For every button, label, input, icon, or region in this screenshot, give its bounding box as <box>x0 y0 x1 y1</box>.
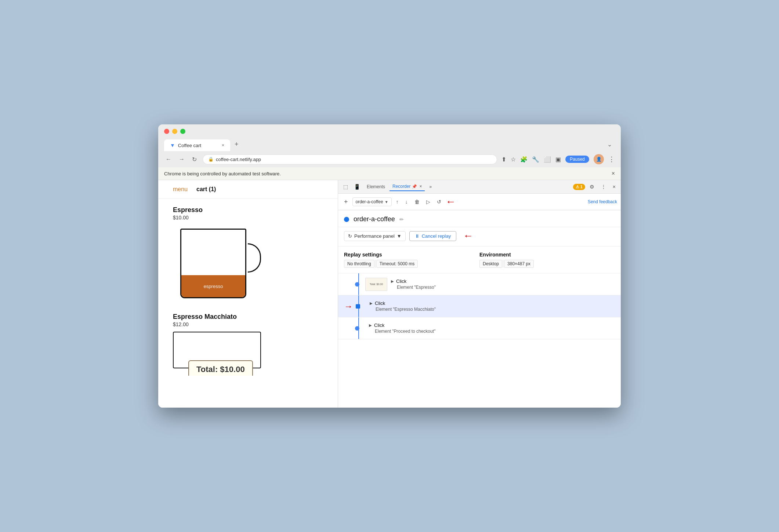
automated-notice-bar: Chrome is being controlled by automated … <box>158 167 621 180</box>
replay-settings-row: No throttling Timeout: 5000 ms <box>344 260 479 268</box>
espresso-price: $10.00 <box>173 215 323 221</box>
step-thumbnail-1: Total: $0.00 <box>365 278 387 291</box>
performance-panel-selector[interactable]: ↻ Performance panel ▼ <box>344 231 406 241</box>
sidebar-icon[interactable]: ▣ <box>555 156 561 163</box>
espresso-macchiato-item: Espresso Macchiato $12.00 Total: $10.00 <box>173 313 323 368</box>
edit-recording-icon[interactable]: ✏ <box>399 216 404 222</box>
step-content-3: ▶ Click Element "Proceed to checkout" <box>369 323 615 334</box>
step-element-2: Element "Espresso Macchiato" <box>376 307 615 312</box>
close-traffic-light[interactable] <box>164 129 169 134</box>
forward-button[interactable]: → <box>177 154 186 164</box>
send-feedback-link[interactable]: Send feedback <box>588 199 617 204</box>
maximize-traffic-light[interactable] <box>180 129 185 134</box>
cup-liquid-label: espresso <box>204 284 223 289</box>
recording-selector-label: order-a-coffee <box>356 199 383 204</box>
replay-settings-col: Replay settings No throttling Timeout: 5… <box>344 252 479 268</box>
steps-area: Total: $0.00 ▶ Click Element "Espresso" … <box>338 273 621 408</box>
warning-badge: ⚠ 1 <box>573 184 585 190</box>
cancel-replay-button[interactable]: ⏸ Cancel replay <box>409 231 457 241</box>
table-row: → ▶ Click Element "Espresso Macchiato" <box>338 295 621 317</box>
recording-header: order-a-coffee ✏ <box>338 210 621 227</box>
paused-badge: Paused <box>565 156 589 163</box>
settings-button[interactable]: ⚙ <box>587 182 597 191</box>
settings-separator <box>375 260 376 268</box>
espresso-cup-container: espresso <box>173 225 323 306</box>
export-recording-button[interactable]: ↑ <box>394 197 401 206</box>
step-element-1: Element "Espresso" <box>397 285 615 290</box>
cast-icon[interactable]: ⬜ <box>544 156 551 163</box>
red-arrow-annotation-1: ← <box>446 196 456 208</box>
title-bar: ▼ Coffee cart × + ⌄ <box>158 124 621 151</box>
share-icon[interactable]: ⬆ <box>501 156 506 163</box>
delete-recording-button[interactable]: 🗑 <box>412 197 422 206</box>
step-content-2: ▶ Click Element "Espresso Macchiato" <box>370 300 615 312</box>
bookmark-icon[interactable]: ☆ <box>511 156 516 163</box>
environment-col: Environment Desktop 380×487 px <box>479 252 615 268</box>
tab-recorder[interactable]: Recorder 📌 × <box>390 182 425 191</box>
new-tab-button[interactable]: + <box>230 138 243 151</box>
minimize-traffic-light[interactable] <box>172 129 177 134</box>
step-dot-1 <box>355 282 359 287</box>
devtools-panel: ⬚ 📱 Elements Recorder 📌 × » ⚠ 1 ⚙ ⋮ × <box>338 180 621 408</box>
replay-button[interactable]: ▷ <box>424 197 432 206</box>
more-options-button[interactable]: ⋮ <box>599 182 608 191</box>
step-element-3: Element "Proceed to checkout" <box>375 329 615 334</box>
recording-selector[interactable]: order-a-coffee ▼ <box>352 197 392 206</box>
step-dot-3 <box>355 326 359 331</box>
recorder-close-icon[interactable]: × <box>419 184 422 189</box>
table-row: Total: $0.00 ▶ Click Element "Espresso" <box>338 273 621 295</box>
browser-toolbar-icons: ⬆ ☆ 🧩 🔧 ⬜ ▣ Paused 👤 ⋮ <box>501 154 615 164</box>
recording-status-dot <box>344 217 349 222</box>
step-action-label-2: Click <box>375 300 385 306</box>
add-recording-button[interactable]: + <box>342 197 350 207</box>
traffic-lights <box>164 129 615 134</box>
espresso-macchiato-image: Total: $10.00 <box>173 332 261 368</box>
tab-elements[interactable]: Elements <box>364 183 388 191</box>
step-action-2: ▶ Click <box>370 300 615 306</box>
tab-title: Coffee cart <box>178 143 219 148</box>
import-recording-button[interactable]: ↓ <box>403 197 410 206</box>
espresso-macchiato-name: Espresso Macchiato <box>173 313 323 321</box>
step-chevron-2[interactable]: ▶ <box>370 301 373 305</box>
recording-title: order-a-coffee <box>354 215 395 223</box>
step-chevron-3[interactable]: ▶ <box>369 323 372 327</box>
profile-avatar[interactable]: 👤 <box>594 154 604 164</box>
content-area: menu cart (1) Espresso $10.00 espresso <box>158 180 621 408</box>
coffee-nav: menu cart (1) <box>158 180 338 199</box>
devtools-icon[interactable]: 🔧 <box>532 156 539 163</box>
address-input[interactable]: 🔒 coffee-cart.netlify.app <box>203 154 497 164</box>
browser-menu-icon[interactable]: ⋮ <box>608 155 615 163</box>
coffee-nav-menu-link[interactable]: menu <box>173 186 188 193</box>
timeout-setting: Timeout: 5000 ms <box>376 260 418 268</box>
recorder-pin-icon: 📌 <box>412 184 417 189</box>
replay-settings-area: Replay settings No throttling Timeout: 5… <box>338 247 621 273</box>
total-tooltip-text: Total: $10.00 <box>196 365 245 374</box>
cup-liquid: espresso <box>181 275 245 297</box>
automated-notice-close-icon[interactable]: × <box>612 170 615 177</box>
red-arrow-annotation-3: → <box>344 301 353 311</box>
env-separator <box>503 260 503 268</box>
refresh-button[interactable]: ↻ <box>191 154 198 164</box>
coffee-items-list: Espresso $10.00 espresso <box>158 199 338 376</box>
tab-close-icon[interactable]: × <box>222 143 224 148</box>
step-chevron-1[interactable]: ▶ <box>391 279 394 283</box>
step-action-label-1: Click <box>396 278 406 284</box>
extensions-icon[interactable]: 🧩 <box>520 156 528 163</box>
inspect-element-button[interactable]: ⬚ <box>341 182 350 191</box>
more-tabs-button[interactable]: » <box>426 183 435 191</box>
coffee-page: menu cart (1) Espresso $10.00 espresso <box>158 180 338 408</box>
warning-count: 1 <box>580 185 583 189</box>
close-devtools-button[interactable]: × <box>610 182 618 191</box>
back-button[interactable]: ← <box>164 154 173 164</box>
devtools-secondary-toolbar: + order-a-coffee ▼ ↑ ↓ 🗑 ▷ ↺ ← Send feed… <box>338 194 621 210</box>
step-over-button[interactable]: ↺ <box>435 197 443 206</box>
thumbnail-text-1: Total: $0.00 <box>370 283 383 285</box>
coffee-nav-cart: cart (1) <box>196 186 216 193</box>
step-dot-2 <box>356 304 360 309</box>
red-arrow-annotation-2: ← <box>463 230 473 242</box>
device-toggle-button[interactable]: 📱 <box>352 182 362 191</box>
active-tab[interactable]: ▼ Coffee cart × <box>164 139 230 151</box>
step-action-label-3: Click <box>374 323 384 328</box>
recorder-tab-label: Recorder <box>392 184 410 189</box>
perf-panel-label: Performance panel <box>354 233 395 239</box>
